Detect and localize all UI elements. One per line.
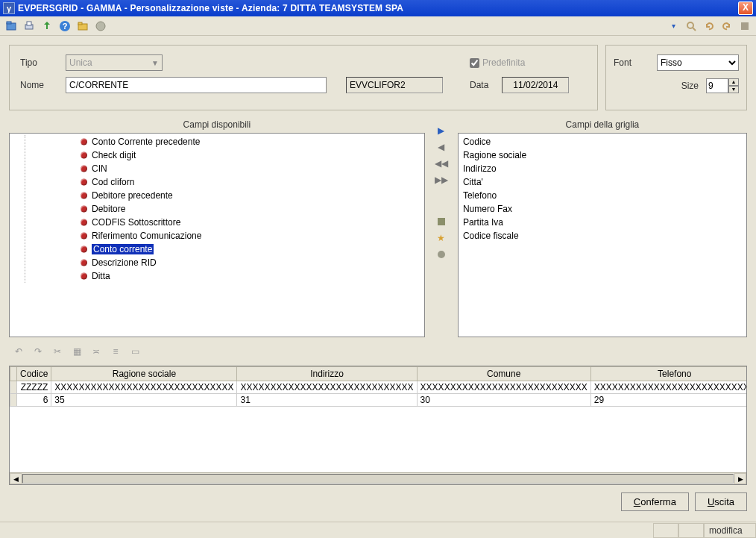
svg-rect-11 [741,22,749,30]
available-item[interactable]: Conto Corrente precedente [10,135,424,148]
action1-button[interactable] [435,215,448,228]
available-listbox[interactable]: Conto Corrente precedenteCheck digitCINC… [9,133,425,337]
available-item[interactable]: Debitore [10,202,424,216]
font-label: Font [614,57,631,68]
status-cell-2 [678,523,704,538]
code-display: EVVCLIFOR2 [346,77,443,93]
svg-rect-1 [7,22,11,24]
edit-toolbar: ↶ ↷ ✂ ▦ ≍ ≡ ▭ [9,343,747,360]
available-item[interactable]: Debitore precedente [10,189,424,202]
move-all-left-button[interactable]: ◀◀ [435,157,448,170]
size-up-button[interactable]: ▲ [728,78,739,86]
size-spinner[interactable]: ▲ ▼ [706,78,739,93]
horizontal-scrollbar[interactable]: ◀ ▶ [10,472,746,484]
svg-point-9 [687,22,693,28]
grid-fields-title: Campi della griglia [458,116,747,133]
preview-header[interactable]: Indirizzo [237,367,417,381]
filter-icon[interactable]: ≡ [109,345,122,358]
dropdown-arrow-icon[interactable]: ▾ [667,19,680,33]
uscita-button[interactable]: Uscita [695,492,747,511]
predefinita-checkbox[interactable]: Predefinita [470,57,587,68]
font-select[interactable]: Fisso [657,54,739,71]
exit-icon[interactable] [738,19,752,33]
grid-field-item[interactable]: Indirizzo [459,162,746,175]
window-title: EVPERSGRID - GAMMA - Personalizzazione v… [18,3,738,13]
grid-field-item[interactable]: Citta' [459,175,746,189]
clear-icon[interactable]: ▭ [128,345,142,358]
tipo-dropdown[interactable]: Unica ▼ [66,54,163,71]
available-item[interactable]: Cod cliforn [10,175,424,189]
move-right-button[interactable]: ▶ [435,124,448,137]
svg-line-10 [693,28,696,31]
nome-input[interactable] [66,77,327,93]
svg-rect-12 [438,218,445,225]
svg-text:?: ? [63,22,68,31]
svg-rect-7 [78,22,82,25]
grid-preview: CodiceRagione socialeIndirizzoComuneTele… [9,366,747,485]
available-item[interactable]: Conto corrente [10,243,424,256]
conferma-button[interactable]: Conferma [621,492,689,511]
open-icon[interactable] [4,19,18,33]
move-left-button[interactable]: ◀ [435,140,448,154]
favorite-button[interactable]: ★ [435,231,448,245]
available-item[interactable]: Descrizione RID [10,256,424,269]
grid-field-item[interactable]: Ragione sociale [459,148,746,162]
available-title: Campi disponibili [9,116,425,133]
folder-icon[interactable] [76,19,89,33]
globe-icon[interactable] [94,19,107,33]
nome-label: Nome [20,80,61,90]
close-button[interactable]: X [738,1,753,15]
status-cell-1 [653,523,678,538]
font-panel: Font Fisso Size ▲ ▼ [605,45,747,110]
help-icon[interactable]: ? [58,19,72,33]
svg-rect-3 [27,22,31,25]
scroll-left-button[interactable]: ◀ [10,473,22,484]
meta-panel: Tipo Unica ▼ Predefinita Nome EVVCLIFOR2… [9,45,598,110]
table-row[interactable]: 635313029 [10,394,747,407]
preview-header[interactable]: Comune [417,367,590,381]
grid-field-item[interactable]: Codice fiscale [459,229,746,243]
table-row[interactable]: ZZZZZXXXXXXXXXXXXXXXXXXXXXXXXXXXXXXXXXXX… [10,381,747,394]
action2-button[interactable] [435,248,448,261]
transfer-buttons: ▶ ◀ ◀◀ ▶▶ ★ [432,116,450,337]
svg-point-8 [96,22,105,31]
tipo-label: Tipo [20,57,61,68]
grid-field-item[interactable]: Numero Fax [459,202,746,216]
preview-header[interactable]: Codice [17,367,51,381]
size-label: Size [681,81,699,91]
preview-header[interactable]: Ragione sociale [51,367,237,381]
data-label: Data [470,80,488,90]
grid-field-item[interactable]: Codice [459,135,746,148]
data-display: 11/02/2014 [502,77,569,93]
search-icon[interactable] [684,19,698,33]
available-item[interactable]: CIN [10,162,424,175]
sum-icon[interactable]: ≍ [89,345,103,358]
titlebar: γ EVPERSGRID - GAMMA - Personalizzazione… [0,0,756,16]
redo-icon[interactable] [720,19,734,33]
scroll-right-button[interactable]: ▶ [734,473,746,484]
preview-header[interactable]: Telefono [590,367,746,381]
status-modifica: modifica [704,523,756,538]
export-icon[interactable] [40,19,54,33]
size-down-button[interactable]: ▼ [728,86,739,93]
available-item[interactable]: Check digit [10,148,424,162]
available-item[interactable]: Ditta [10,269,424,283]
grid-field-item[interactable]: Partita Iva [459,216,746,229]
redo-edit-icon[interactable]: ↷ [31,345,45,358]
available-item[interactable]: CODFIS Sottoscrittore [10,216,424,229]
available-item[interactable]: Riferimento Comunicazione [10,229,424,243]
grid-listbox[interactable]: CodiceRagione socialeIndirizzoCitta'Tele… [458,133,747,337]
undo-icon[interactable] [702,19,716,33]
undo-edit-icon[interactable]: ↶ [12,345,25,358]
move-all-right-button[interactable]: ▶▶ [435,173,448,187]
grid-field-item[interactable]: Telefono [459,189,746,202]
chevron-down-icon: ▼ [151,59,159,67]
svg-point-13 [438,251,445,258]
paste-icon[interactable]: ▦ [70,345,84,358]
cut-icon[interactable]: ✂ [51,345,64,358]
print-icon[interactable] [22,19,36,33]
preview-table[interactable]: CodiceRagione socialeIndirizzoComuneTele… [10,366,746,407]
app-icon: γ [3,2,15,14]
toolbar: ? ▾ [0,16,756,36]
statusbar: modifica [0,522,756,538]
